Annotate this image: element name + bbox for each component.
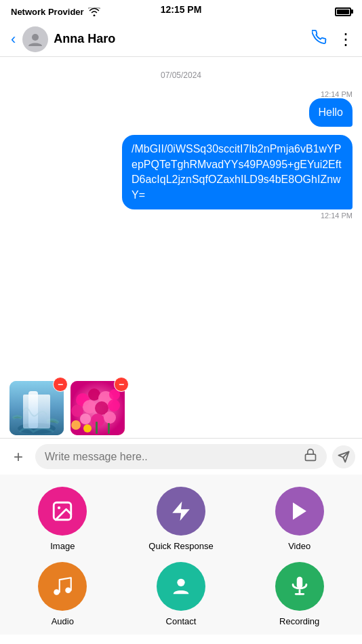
svg-point-29 bbox=[177, 579, 184, 586]
battery-icon bbox=[335, 7, 351, 16]
media-item-recording[interactable]: Recording bbox=[243, 562, 355, 626]
svg-marker-25 bbox=[172, 502, 190, 521]
media-panel: Image Quick Response Video Audio bbox=[0, 475, 362, 635]
svg-point-10 bbox=[83, 400, 96, 414]
more-button[interactable]: ⋮ bbox=[338, 30, 354, 49]
remove-waterfall-button[interactable]: − bbox=[53, 377, 68, 392]
back-button[interactable]: ‹ bbox=[8, 28, 18, 51]
status-right bbox=[335, 7, 351, 16]
message-bubble: /MbGII/0iWSSq30sccitI7lb2nPmja6vB1wYPepP… bbox=[122, 135, 353, 209]
network-provider-label: Network Provider bbox=[11, 7, 84, 17]
contact-label: Contact bbox=[166, 616, 197, 626]
svg-rect-19 bbox=[108, 423, 110, 434]
avatar bbox=[22, 26, 48, 52]
contact-name: Anna Haro bbox=[54, 32, 312, 46]
send-button[interactable] bbox=[332, 445, 355, 468]
message-bubble: Hello bbox=[309, 98, 353, 127]
recording-circle bbox=[275, 562, 324, 611]
svg-rect-20 bbox=[306, 454, 316, 460]
svg-rect-18 bbox=[96, 422, 98, 434]
svg-point-12 bbox=[108, 399, 120, 411]
svg-point-0 bbox=[32, 34, 39, 41]
lock-icon bbox=[304, 448, 317, 465]
call-button[interactable] bbox=[312, 30, 327, 48]
svg-point-13 bbox=[80, 414, 91, 424]
add-button[interactable]: + bbox=[7, 445, 30, 468]
svg-rect-30 bbox=[296, 577, 302, 588]
svg-point-17 bbox=[83, 424, 92, 432]
date-label: 07/05/2024 bbox=[9, 71, 353, 80]
quick-response-circle bbox=[157, 487, 205, 536]
message-input-wrapper bbox=[35, 444, 327, 469]
media-item-audio[interactable]: Audio bbox=[7, 562, 119, 626]
media-item-quick-response[interactable]: Quick Response bbox=[125, 487, 237, 551]
status-left: Network Provider bbox=[11, 7, 100, 17]
attachments-area: − bbox=[0, 376, 362, 438]
svg-point-16 bbox=[71, 420, 81, 430]
battery-fill bbox=[337, 9, 349, 14]
attachment-flowers: − bbox=[71, 381, 125, 435]
svg-point-27 bbox=[54, 589, 60, 595]
media-item-image[interactable]: Image bbox=[7, 487, 119, 551]
status-bar: Network Provider 12:15 PM bbox=[0, 0, 362, 22]
message-row: 12:14 PM Hello bbox=[9, 88, 353, 127]
recording-label: Recording bbox=[279, 616, 319, 626]
svg-rect-3 bbox=[28, 391, 38, 428]
video-circle bbox=[275, 487, 324, 536]
svg-point-9 bbox=[71, 405, 83, 417]
message-timestamp: 12:14 PM bbox=[321, 90, 353, 98]
message-row: /MbGII/0iWSSq30sccitI7lb2nPmja6vB1wYPepP… bbox=[9, 135, 353, 220]
message-input[interactable] bbox=[45, 451, 298, 463]
video-label: Video bbox=[288, 541, 310, 551]
header-actions: ⋮ bbox=[312, 30, 354, 49]
svg-point-15 bbox=[104, 411, 116, 424]
audio-label: Audio bbox=[52, 616, 74, 626]
attachment-waterfall: − bbox=[9, 381, 64, 435]
svg-marker-26 bbox=[293, 502, 306, 520]
message-timestamp: 12:14 PM bbox=[321, 212, 353, 220]
audio-circle bbox=[38, 562, 87, 611]
svg-point-28 bbox=[66, 587, 72, 593]
quick-response-label: Quick Response bbox=[148, 541, 213, 551]
image-label: Image bbox=[50, 541, 75, 551]
svg-point-24 bbox=[58, 506, 60, 509]
status-time: 12:15 PM bbox=[161, 4, 202, 15]
input-bar: + bbox=[0, 438, 362, 475]
header: ‹ Anna Haro ⋮ bbox=[0, 22, 362, 57]
media-item-contact[interactable]: Contact bbox=[125, 562, 237, 626]
wifi-icon bbox=[88, 7, 100, 16]
media-item-video[interactable]: Video bbox=[243, 487, 355, 551]
contact-circle bbox=[157, 562, 205, 611]
image-circle bbox=[38, 487, 87, 536]
remove-flowers-button[interactable]: − bbox=[114, 377, 129, 392]
chat-area: 07/05/2024 12:14 PM Hello /MbGII/0iWSSq3… bbox=[0, 57, 362, 376]
